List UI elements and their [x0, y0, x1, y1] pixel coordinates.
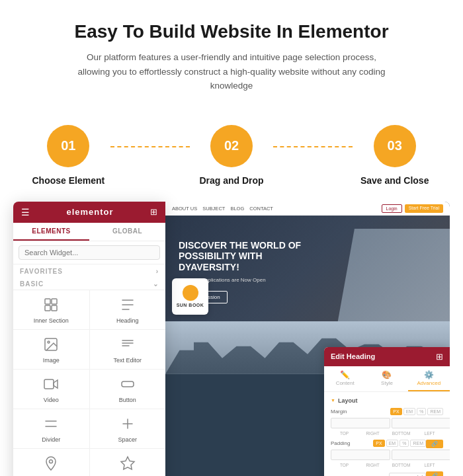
nav-contact: CONTACT [249, 206, 273, 212]
edit-tab-style[interactable]: 🎨 Style [366, 366, 407, 391]
svg-rect-0 [45, 299, 50, 304]
image-icon [43, 337, 59, 354]
padding-right-label: RIGHT [359, 463, 386, 467]
login-button[interactable]: Login [382, 204, 402, 213]
step-circle-1: 01 [47, 125, 89, 167]
edit-heading-header: Edit Heading ⊞ [324, 347, 450, 366]
widget-image[interactable]: Image [13, 330, 89, 369]
padding-rem-unit[interactable]: REM [410, 440, 426, 447]
edit-heading-panel: Edit Heading ⊞ ✏️ Content 🎨 Style ⚙️ Adv… [324, 347, 450, 476]
step-circle-3: 03 [374, 125, 416, 167]
widget-label-inner-section: Inner Section [34, 317, 69, 324]
padding-px-unit[interactable]: PX [373, 440, 384, 447]
building-decoration [331, 229, 450, 321]
divider-icon [43, 416, 59, 434]
svg-rect-1 [52, 299, 57, 304]
edit-heading-grid-icon: ⊞ [436, 352, 443, 362]
svg-rect-6 [44, 379, 54, 389]
hero-title: DISCOVER THE WORLD OF POSSIBILITY WITH D… [179, 240, 311, 273]
margin-row: Margin PX EM % REM [331, 408, 443, 415]
advanced-tab-label: Advanced [417, 380, 441, 386]
widget-heading[interactable]: Heading [90, 290, 166, 329]
margin-px-unit[interactable]: PX [390, 408, 401, 415]
padding-percent-unit[interactable]: % [400, 440, 409, 447]
edit-heading-title: Edit Heading [331, 352, 375, 360]
margin-rem-unit[interactable]: REM [427, 408, 443, 415]
video-icon [43, 376, 59, 394]
layout-section-title: Layout [331, 397, 443, 404]
margin-right-input[interactable] [392, 418, 450, 428]
padding-link-button[interactable]: 🔗 [426, 471, 443, 476]
step-connector-1 [110, 146, 190, 147]
widget-label-button: Button [119, 397, 136, 403]
margin-top-label: TOP [331, 431, 358, 436]
icon-widget-icon [120, 456, 136, 473]
step-2: 02 Drag and Drop [190, 125, 274, 186]
widget-icon[interactable]: Icon [90, 449, 166, 476]
preview-topbar: ABOUT US SUBJECT BLOG CONTACT Login Star… [165, 202, 450, 216]
widget-text-editor[interactable]: Text Editor [90, 330, 166, 369]
margin-right-label: RIGHT [359, 431, 386, 436]
connector-line-1 [110, 146, 190, 147]
widget-button[interactable]: Button [90, 370, 166, 409]
step-label-1: Choose Element [32, 175, 105, 186]
screenshots-section: ☰ elementor ⊞ ELEMENTS GLOBAL FAVORITES … [0, 202, 463, 476]
step-label-2: Drag and Drop [199, 175, 263, 186]
edit-tab-content[interactable]: ✏️ Content [324, 366, 366, 391]
elementor-logo: elementor [66, 207, 113, 217]
widget-divider[interactable]: Divider [13, 409, 89, 448]
tab-global[interactable]: GLOBAL [89, 223, 165, 241]
widget-google-maps[interactable]: Google Maps [13, 449, 89, 476]
preview-nav-buttons: Login Start Free Trial [382, 204, 443, 213]
steps-section: 01 Choose Element 02 Drag and Drop 03 Sa… [0, 106, 463, 202]
edit-heading-tabs: ✏️ Content 🎨 Style ⚙️ Advanced [324, 366, 450, 392]
step-circle-2: 02 [210, 125, 253, 167]
svg-rect-3 [52, 305, 57, 311]
padding-label: Padding [331, 440, 357, 446]
widget-label-image: Image [43, 357, 60, 364]
favorites-arrow-icon: › [156, 268, 159, 275]
widget-label-spacer: Spacer [118, 436, 137, 443]
grid-icon[interactable]: ⊞ [150, 207, 157, 217]
tab-elements[interactable]: ELEMENTS [13, 223, 89, 241]
widget-inner-section[interactable]: Inner Section [13, 290, 89, 329]
panel-search-area [13, 241, 165, 264]
panel-header: ☰ elementor ⊞ [13, 202, 165, 223]
padding-left-label: LEFT [416, 463, 443, 467]
padding-right-input[interactable] [392, 450, 450, 460]
step-connector-2 [273, 146, 353, 147]
padding-row: Padding PX EM % REM [331, 440, 426, 447]
padding-top-input[interactable] [331, 450, 390, 460]
edit-tab-advanced[interactable]: ⚙️ Advanced [408, 366, 450, 391]
widget-spacer[interactable]: Spacer [90, 409, 166, 448]
search-input[interactable] [19, 245, 160, 260]
svg-rect-2 [45, 305, 50, 311]
basic-group-label: BASIC ⌄ [13, 277, 165, 290]
margin-label: Margin [331, 409, 357, 415]
margin-link-button[interactable]: 🔗 [426, 440, 443, 448]
connector-line-2 [273, 146, 353, 147]
sun-book-text: SUN BOOK [177, 303, 204, 307]
margin-bottom-label: BOTTOM [388, 431, 415, 436]
cta-button[interactable]: Start Free Trial [405, 204, 443, 213]
sun-book-logo: SUN BOOK [172, 278, 208, 315]
header-section: Easy To Build Website In Elementor Our p… [0, 0, 463, 106]
padding-em-unit[interactable]: EM [386, 440, 399, 447]
width-select[interactable]: Default [389, 473, 426, 476]
favorites-group-label: FAVORITES › [13, 264, 165, 277]
google-maps-icon [43, 456, 59, 473]
widget-label-heading: Heading [116, 317, 139, 324]
padding-units: PX EM % REM [373, 440, 426, 447]
margin-em-unit[interactable]: EM [403, 408, 416, 415]
step-label-3: Save and Close [360, 175, 429, 186]
margin-top-input[interactable] [331, 418, 390, 428]
edit-heading-body: Layout Margin PX EM % REM [324, 392, 450, 476]
margin-percent-unit[interactable]: % [417, 408, 426, 415]
nav-about: ABOUT US [172, 206, 197, 212]
text-editor-icon [120, 337, 136, 354]
elementor-panel: ☰ elementor ⊞ ELEMENTS GLOBAL FAVORITES … [13, 202, 165, 476]
widget-video[interactable]: Video [13, 370, 89, 409]
width-row: Width Default [331, 473, 426, 476]
svg-rect-7 [122, 381, 134, 387]
hamburger-icon[interactable]: ☰ [21, 207, 30, 218]
